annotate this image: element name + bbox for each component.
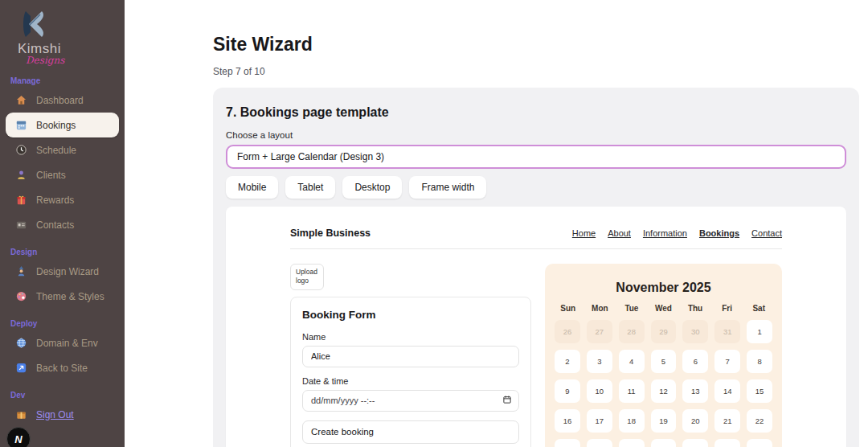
calendar-day[interactable]: 28 bbox=[619, 320, 645, 343]
calendar-day[interactable]: 30 bbox=[682, 320, 708, 343]
calendar-day[interactable]: 3 bbox=[587, 350, 612, 373]
preview-nav-link-home[interactable]: Home bbox=[572, 228, 596, 238]
calendar-day[interactable]: 12 bbox=[651, 379, 677, 403]
calendar-day[interactable]: 8 bbox=[747, 350, 772, 373]
calendar-day[interactable]: 26 bbox=[555, 320, 580, 343]
preview-nav-link-bookings[interactable]: Bookings bbox=[699, 228, 739, 238]
name-input[interactable] bbox=[302, 346, 519, 367]
sidebar-item-rewards[interactable]: Rewards bbox=[6, 187, 119, 212]
name-label: Name bbox=[302, 332, 519, 342]
sidebar-item-dashboard[interactable]: Dashboard bbox=[6, 88, 119, 113]
calendar-day[interactable]: 19 bbox=[651, 409, 677, 433]
calendar-day[interactable]: 18 bbox=[619, 409, 645, 433]
preview-nav-link-information[interactable]: Information bbox=[643, 228, 687, 238]
weekday-label: Sun bbox=[555, 304, 582, 313]
calendar-day[interactable]: 5 bbox=[651, 350, 677, 373]
device-button-tablet[interactable]: Tablet bbox=[285, 176, 335, 199]
calendar-title: November 2025 bbox=[555, 281, 772, 295]
datetime-input[interactable]: dd/mm/yyyy --:-- bbox=[302, 390, 519, 412]
sidebar-section-label-dev: Dev bbox=[10, 391, 125, 400]
back-arrow-icon bbox=[15, 362, 28, 375]
sidebar-item-label: Back to Site bbox=[36, 363, 88, 374]
calendar-day[interactable]: 28 bbox=[714, 439, 740, 447]
site-preview-frame: Simple Business HomeAboutInformationBook… bbox=[226, 207, 846, 447]
sidebar-section-label-manage: Manage bbox=[10, 76, 125, 85]
booking-form-card: Booking Form Name Date & time dd/mm/yyyy… bbox=[290, 297, 531, 447]
sidebar-item-label: Domain & Env bbox=[36, 338, 98, 349]
weekday-label: Wed bbox=[650, 304, 678, 313]
weekday-label: Thu bbox=[682, 304, 709, 313]
page-title: Site Wizard bbox=[213, 34, 859, 55]
kimshi-logo-icon bbox=[18, 8, 125, 40]
calendar-day[interactable]: 31 bbox=[714, 320, 740, 343]
calendar-day[interactable]: 20 bbox=[682, 409, 708, 433]
gift-icon bbox=[15, 194, 28, 207]
calendar-day[interactable]: 14 bbox=[714, 379, 740, 403]
weekday-label: Fri bbox=[714, 304, 741, 313]
device-button-desktop[interactable]: Desktop bbox=[342, 176, 402, 199]
preview-nav-link-about[interactable]: About bbox=[608, 228, 631, 238]
upload-logo-button[interactable]: Upload logo bbox=[290, 264, 324, 290]
calendar-day[interactable]: 13 bbox=[682, 379, 708, 403]
device-button-mobile[interactable]: Mobile bbox=[226, 176, 278, 199]
logo-subtitle: Designs bbox=[26, 55, 125, 66]
home-icon bbox=[15, 94, 28, 107]
calendar-day[interactable]: 27 bbox=[587, 320, 612, 343]
main-content: Site Wizard Step 7 of 10 7. Bookings pag… bbox=[125, 0, 868, 447]
calendar-day[interactable]: 2 bbox=[555, 350, 580, 373]
logo: Kimshi Designs bbox=[0, 8, 125, 66]
calendar-day[interactable]: 24 bbox=[587, 439, 612, 447]
calendar-day[interactable]: 6 bbox=[682, 350, 708, 373]
calendar-day[interactable]: 27 bbox=[682, 439, 708, 447]
calendar-day[interactable]: 10 bbox=[587, 379, 612, 403]
calendar-day[interactable]: 4 bbox=[619, 350, 645, 373]
calendar-day[interactable]: 17 bbox=[587, 409, 612, 433]
calendar-panel: November 2025 SunMonTueWedThuFriSat 2627… bbox=[545, 264, 782, 447]
calendar-day[interactable]: 25 bbox=[619, 439, 645, 447]
step-indicator: Step 7 of 10 bbox=[213, 66, 859, 77]
sidebar-section-label-design: Design bbox=[10, 248, 125, 256]
sidebar-item-label: Bookings bbox=[36, 120, 76, 131]
calendar-day[interactable]: 23 bbox=[555, 439, 580, 447]
sidebar-item-design-wizard[interactable]: Design Wizard bbox=[6, 259, 119, 284]
preview-nav-link-contact[interactable]: Contact bbox=[751, 228, 782, 238]
sidebar-item-label: Contacts bbox=[36, 219, 74, 231]
calendar-day[interactable]: 29 bbox=[747, 439, 772, 447]
sidebar-item-label: Design Wizard bbox=[36, 266, 99, 277]
weekday-label: Mon bbox=[587, 304, 614, 313]
calendar-day[interactable]: 29 bbox=[651, 320, 677, 343]
sidebar-item-theme-styles[interactable]: Theme & Styles bbox=[6, 284, 119, 309]
datetime-label: Date & time bbox=[302, 376, 519, 386]
sidebar-item-clients[interactable]: Clients bbox=[6, 162, 119, 187]
sidebar-item-sign-out[interactable]: Sign Out bbox=[6, 402, 119, 427]
calendar-day[interactable]: 11 bbox=[619, 379, 645, 403]
weekday-label: Sat bbox=[745, 304, 772, 313]
sidebar-item-back-to-site[interactable]: Back to Site bbox=[6, 355, 119, 380]
sidebar-section-label-deploy: Deploy bbox=[10, 319, 125, 328]
nextjs-n-icon: N bbox=[14, 433, 22, 445]
sidebar-item-domain-env[interactable]: Domain & Env bbox=[6, 330, 119, 355]
calendar-day[interactable]: 22 bbox=[747, 409, 772, 433]
weekday-label: Tue bbox=[618, 304, 645, 313]
sidebar-item-label: Dashboard bbox=[36, 95, 84, 106]
sidebar-item-bookings[interactable]: Bookings bbox=[6, 113, 119, 137]
calendar-day[interactable]: 7 bbox=[714, 350, 740, 373]
wizard-icon bbox=[15, 265, 28, 278]
sidebar-item-schedule[interactable]: Schedule bbox=[6, 137, 119, 162]
calendar-day[interactable]: 16 bbox=[555, 409, 580, 433]
device-button-frame-width[interactable]: Frame width bbox=[409, 176, 486, 199]
nextjs-dev-badge[interactable]: N bbox=[6, 427, 31, 447]
calendar-day[interactable]: 26 bbox=[651, 439, 677, 447]
sidebar-item-contacts[interactable]: Contacts bbox=[6, 212, 119, 237]
sidebar-item-label: Schedule bbox=[36, 145, 76, 156]
calendar-day[interactable]: 9 bbox=[555, 379, 580, 403]
calendar-day[interactable]: 1 bbox=[747, 320, 772, 343]
calendar-day[interactable]: 21 bbox=[714, 409, 740, 433]
create-booking-button[interactable]: Create booking bbox=[302, 420, 519, 444]
calendar-day-grid: 2627282930311234567891011121314151617181… bbox=[555, 320, 772, 447]
layout-select[interactable]: Form + Large Calendar (Design 3) bbox=[226, 145, 846, 169]
calendar-day[interactable]: 15 bbox=[747, 379, 772, 403]
booking-form-title: Booking Form bbox=[302, 309, 519, 321]
preview-header: Simple Business HomeAboutInformationBook… bbox=[290, 228, 782, 249]
date-picker-icon[interactable] bbox=[502, 395, 512, 406]
